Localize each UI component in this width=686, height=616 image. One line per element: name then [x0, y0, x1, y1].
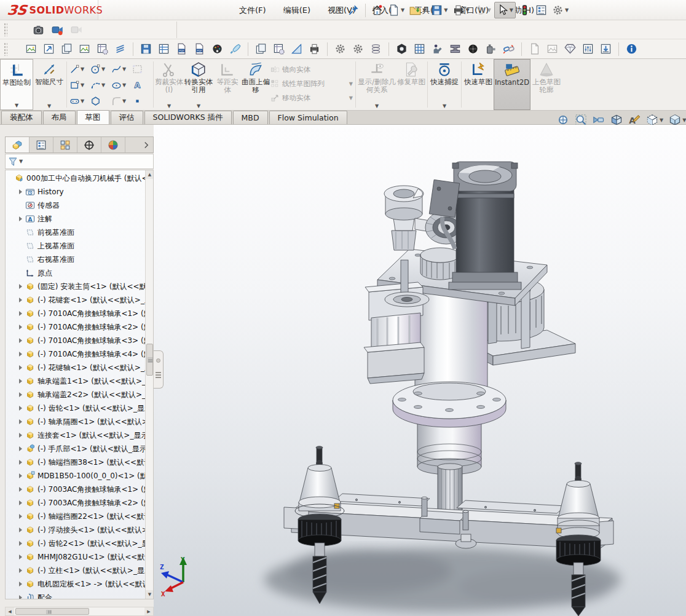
- tree-item[interactable]: (-) 7003AC角接触球轴承<1> (默认: [6, 483, 145, 496]
- expander-arrow-icon[interactable]: [19, 568, 22, 573]
- table-options-button[interactable]: [271, 41, 286, 57]
- expander-arrow-icon[interactable]: [19, 500, 22, 505]
- tree-item[interactable]: 轴承端盖2<2> (默认<<默认>_显示: [6, 388, 145, 401]
- dropdown-arrow[interactable]: ▼: [487, 7, 491, 13]
- open-button[interactable]: ▼: [408, 2, 428, 18]
- command-tab[interactable]: 草图: [77, 110, 109, 124]
- new-document-button[interactable]: ▼: [386, 2, 406, 18]
- dropdown-arrow[interactable]: ▼: [167, 103, 171, 109]
- expander-arrow-icon[interactable]: [19, 352, 22, 357]
- panel-splitter-handle[interactable]: [154, 350, 164, 389]
- expander-arrow-icon[interactable]: [19, 514, 22, 519]
- bill-of-materials-button[interactable]: [156, 41, 172, 57]
- propertymanager-tab[interactable]: [30, 137, 53, 152]
- move-entities-button[interactable]: 移动实体 ▼: [270, 91, 354, 105]
- expander-arrow-icon[interactable]: [19, 216, 22, 221]
- save-button[interactable]: ▼: [429, 2, 449, 18]
- info-button[interactable]: [624, 41, 639, 57]
- sketch-picture-tool[interactable]: [131, 61, 152, 77]
- dropdown-arrow[interactable]: ▼: [101, 66, 105, 72]
- tree-item[interactable]: (-) 7010AC角接触球轴承<3> (默认: [6, 334, 145, 347]
- toolbar-grip[interactable]: [4, 42, 7, 56]
- undo-button[interactable]: ▼: [473, 2, 493, 18]
- tree-item[interactable]: 000加工中心自动换刀机械手 (默认<默: [6, 172, 145, 185]
- tree-item[interactable]: 传感器: [6, 199, 145, 212]
- expander-arrow-icon[interactable]: [19, 189, 22, 194]
- instant2d-button[interactable]: Instant2D: [494, 59, 530, 110]
- scroll-left-arrow[interactable]: ◀: [6, 607, 14, 615]
- export-3dpdf-button[interactable]: [192, 41, 207, 57]
- command-tab[interactable]: 装配体: [1, 111, 42, 124]
- dropdown-arrow[interactable]: ▼: [375, 103, 379, 109]
- paint-button[interactable]: [227, 41, 243, 57]
- dimxpertmanager-tab[interactable]: [77, 137, 101, 152]
- toolbar-grip[interactable]: [4, 23, 7, 36]
- dropdown-arrow[interactable]: ▼: [401, 7, 404, 13]
- scroll-thumb[interactable]: [15, 608, 89, 615]
- rebuild-button[interactable]: [517, 2, 532, 18]
- wheel-button[interactable]: [465, 41, 481, 57]
- dropdown-arrow[interactable]: ▼: [349, 81, 354, 87]
- mirror-entities-button[interactable]: 镜向实体: [270, 63, 354, 77]
- spline-tool[interactable]: ▼: [110, 61, 131, 77]
- hardware-nut-button[interactable]: [394, 41, 409, 57]
- polygon-tool[interactable]: [89, 93, 110, 109]
- record-video-button[interactable]: [50, 22, 65, 38]
- tree-item[interactable]: (固定) 安装主筒<1> (默认<<默认: [6, 280, 145, 293]
- command-tab[interactable]: MBD: [233, 111, 268, 124]
- tree-item[interactable]: 配合: [6, 591, 145, 599]
- tree-item[interactable]: 前视基准面: [6, 226, 145, 239]
- tree-item[interactable]: 右视基准面: [6, 253, 145, 266]
- scroll-thumb[interactable]: [146, 344, 153, 376]
- scroll-right-arrow[interactable]: ▶: [144, 607, 153, 615]
- arc-tool[interactable]: ▼: [89, 77, 110, 93]
- dropdown-arrow[interactable]: ▼: [422, 7, 426, 13]
- tree-item[interactable]: (-) 7010AC角接触球轴承<2> (默认: [6, 320, 145, 334]
- expander-arrow-icon[interactable]: [19, 419, 22, 424]
- tree-item[interactable]: (-) 手爪部<1> (默认<默认_显示状: [6, 442, 145, 456]
- sketch-lines-button[interactable]: [112, 41, 128, 57]
- tree-item[interactable]: (-) 齿轮<1> (默认<<默认>_显示状: [6, 401, 145, 415]
- tree-item[interactable]: MDB1B50-100(0_0_0)<1> (默认: [6, 469, 145, 483]
- expander-arrow-icon[interactable]: [19, 406, 22, 411]
- gear-settings-button[interactable]: [333, 41, 348, 57]
- trim-entities-button[interactable]: 剪裁实体(I) ▼: [155, 59, 183, 110]
- point-tool[interactable]: [131, 93, 152, 109]
- print3d-button[interactable]: [307, 41, 322, 57]
- expander-arrow-icon[interactable]: [19, 555, 22, 559]
- display-delete-relations-button[interactable]: 显示/删除几何关系 ▼: [357, 59, 396, 110]
- expander-arrow-icon[interactable]: [19, 473, 22, 478]
- tree-item[interactable]: (-) 轴端挡圈38<1> (默认<<默认>: [6, 456, 145, 469]
- dropdown-arrow[interactable]: ▼: [122, 66, 126, 72]
- export-image-button[interactable]: [77, 41, 92, 57]
- tree-item[interactable]: (-) 花键套<1> (默认<<默认>_显示: [6, 293, 145, 307]
- gear2-settings-button[interactable]: [350, 41, 366, 57]
- slot-tool[interactable]: ▼: [68, 93, 89, 109]
- graphics-viewport[interactable]: Y Z X: [154, 125, 686, 616]
- options-button[interactable]: ▼: [550, 2, 570, 18]
- break-references-button[interactable]: [501, 41, 516, 57]
- dropdown-arrow[interactable]: ▼: [682, 117, 686, 123]
- tree-item[interactable]: History: [6, 185, 145, 199]
- home-button[interactable]: [369, 2, 385, 18]
- image-button[interactable]: [545, 41, 560, 57]
- weldment-button[interactable]: [447, 41, 463, 57]
- command-tab[interactable]: 布局: [43, 111, 76, 124]
- text-tool[interactable]: [131, 77, 152, 93]
- dropdown-arrow[interactable]: ▼: [565, 7, 569, 13]
- tree-item[interactable]: (-) 花键轴<1> (默认<<默认>_显示: [6, 361, 145, 374]
- expander-arrow-icon[interactable]: [19, 487, 22, 492]
- edit-table-button[interactable]: [95, 41, 110, 57]
- dropdown-arrow[interactable]: ▼: [349, 95, 354, 101]
- dropdown-arrow[interactable]: ▼: [81, 82, 84, 88]
- appearances-button[interactable]: [210, 41, 225, 57]
- tree-item[interactable]: (-) 7010AC角接触球轴承<4> (默认: [6, 347, 145, 361]
- tree-item[interactable]: (-) 齿轮2<1> (默认<<默认>_显示: [6, 537, 145, 550]
- expander-arrow-icon[interactable]: [19, 365, 22, 370]
- screenshot-button[interactable]: [31, 22, 46, 38]
- expander-arrow-icon[interactable]: [19, 392, 22, 397]
- circle-tool[interactable]: ▼: [89, 61, 110, 77]
- displaymanager-tab[interactable]: [101, 137, 125, 152]
- dropdown-arrow[interactable]: ▼: [19, 159, 23, 164]
- expander-arrow-icon[interactable]: [19, 541, 22, 546]
